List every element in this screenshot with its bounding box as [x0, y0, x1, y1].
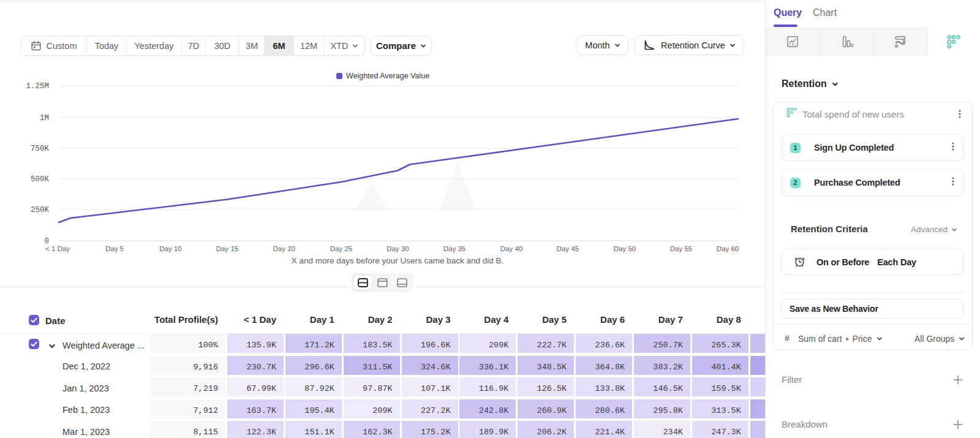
- svg-text:Day 40: Day 40: [500, 245, 522, 252]
- svg-text:< 1 Day: < 1 Day: [45, 245, 70, 252]
- svg-text:Day 5: Day 5: [105, 245, 124, 252]
- svg-text:Day 20: Day 20: [273, 245, 295, 252]
- svg-text:Day 35: Day 35: [443, 245, 466, 252]
- svg-text:Day 15: Day 15: [216, 245, 238, 252]
- svg-text:Day 55: Day 55: [670, 245, 692, 252]
- svg-text:Day 45: Day 45: [557, 245, 579, 252]
- svg-text:Day 50: Day 50: [614, 245, 636, 252]
- svg-text:1.25M: 1.25M: [26, 82, 49, 91]
- svg-text:Day 30: Day 30: [386, 245, 409, 252]
- svg-text:250K: 250K: [31, 206, 50, 214]
- svg-text:500K: 500K: [31, 175, 50, 184]
- svg-text:0: 0: [44, 237, 49, 246]
- svg-text:Day 25: Day 25: [330, 245, 352, 252]
- svg-text:Day 60: Day 60: [717, 245, 739, 252]
- svg-text:Day 10: Day 10: [159, 245, 181, 252]
- svg-text:750K: 750K: [31, 145, 50, 153]
- svg-text:1M: 1M: [40, 114, 49, 123]
